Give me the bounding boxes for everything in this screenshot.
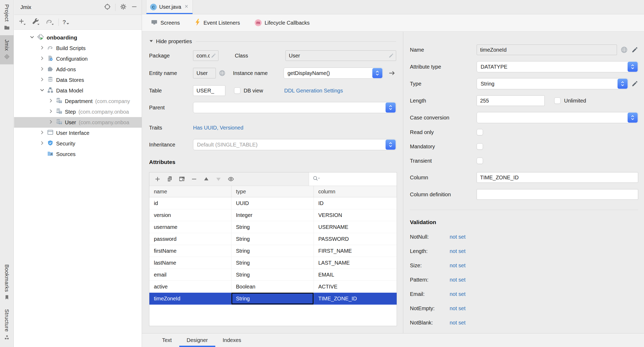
chevron-down-icon[interactable] bbox=[39, 87, 45, 95]
tree-item-step[interactable]: Step (com.company.onboa bbox=[14, 106, 142, 117]
attribute-row-email[interactable]: email String EMAIL bbox=[149, 269, 397, 281]
cell-type[interactable]: Integer bbox=[231, 209, 314, 221]
combo-stepper-icon[interactable] bbox=[372, 68, 382, 78]
cell-name[interactable]: active bbox=[149, 281, 231, 292]
cell-type[interactable]: UUID bbox=[231, 197, 314, 209]
edit-pencil-icon[interactable] bbox=[631, 46, 638, 53]
combo-stepper-icon[interactable] bbox=[386, 140, 396, 150]
combo-stepper-icon[interactable] bbox=[386, 103, 396, 113]
tree-item-onboarding[interactable]: onboarding bbox=[14, 32, 142, 43]
attribute-row-version[interactable]: version Integer VERSION bbox=[149, 209, 397, 221]
gradle-button[interactable] bbox=[44, 17, 56, 27]
toolwindow-button-bookmarks[interactable]: Bookmarks bbox=[0, 260, 14, 305]
column-header-name[interactable]: name bbox=[149, 186, 231, 197]
attribute-row-username[interactable]: username String USERNAME bbox=[149, 221, 397, 233]
remove-attribute-icon[interactable] bbox=[191, 176, 198, 183]
move-up-icon[interactable] bbox=[203, 176, 210, 183]
tab-user-java[interactable]: C User.java bbox=[146, 0, 193, 14]
hide-properties-toggle[interactable]: Hide properties bbox=[149, 37, 396, 46]
column-header-column[interactable]: column bbox=[314, 186, 397, 197]
transient-checkbox[interactable] bbox=[477, 158, 483, 164]
notblank-value-link[interactable]: not set bbox=[450, 320, 466, 326]
close-icon[interactable] bbox=[184, 3, 189, 11]
chevron-right-icon[interactable] bbox=[39, 55, 45, 63]
chevron-right-icon[interactable] bbox=[48, 97, 54, 105]
tab-indexes[interactable]: Indexes bbox=[215, 333, 249, 347]
cell-type[interactable]: String bbox=[231, 269, 314, 281]
toolwindow-button-jmix[interactable]: Jmix bbox=[0, 35, 14, 64]
size-value-link[interactable]: not set bbox=[450, 263, 466, 269]
notempty-value-link[interactable]: not set bbox=[450, 305, 466, 312]
attribute-row-id[interactable]: id UUID ID bbox=[149, 197, 397, 209]
add-attribute-icon[interactable] bbox=[154, 176, 161, 183]
tree-item-configuration[interactable]: Configuration bbox=[14, 54, 142, 64]
globe-icon[interactable] bbox=[620, 46, 628, 54]
combo-stepper-icon[interactable] bbox=[618, 79, 628, 89]
tree-item-user-interface[interactable]: User Interface bbox=[14, 128, 142, 138]
db-view-checkbox[interactable] bbox=[234, 87, 240, 94]
cell-type[interactable]: String bbox=[231, 245, 314, 257]
attribute-type-combo[interactable]: DATATYPE bbox=[477, 61, 638, 72]
inheritance-combo[interactable]: Default (SINGLE_TABLE) bbox=[193, 139, 396, 150]
cell-name[interactable]: password bbox=[149, 233, 231, 245]
pattern-value-link[interactable]: not set bbox=[450, 277, 466, 283]
copy-attribute-icon[interactable] bbox=[166, 176, 173, 183]
tree-item-data-stores[interactable]: Data Stores bbox=[14, 75, 142, 85]
cell-name[interactable]: id bbox=[149, 197, 231, 209]
tree-item-security[interactable]: Security bbox=[14, 138, 142, 149]
cell-name[interactable]: firstName bbox=[149, 245, 231, 257]
cell-type[interactable]: Boolean bbox=[231, 281, 314, 292]
hide-toolwindow-icon[interactable] bbox=[131, 3, 137, 11]
tab-designer[interactable]: Designer bbox=[179, 333, 215, 347]
locate-icon[interactable] bbox=[104, 3, 111, 12]
cell-column[interactable]: USERNAME bbox=[314, 221, 397, 233]
attribute-row-firstname[interactable]: firstName String FIRST_NAME bbox=[149, 245, 397, 257]
event-listeners-button[interactable]: Event Listeners bbox=[195, 19, 240, 27]
toolwindow-button-structure[interactable]: Structure bbox=[0, 305, 14, 345]
attribute-row-active[interactable]: active Boolean ACTIVE bbox=[149, 281, 397, 293]
combo-stepper-icon[interactable] bbox=[628, 62, 638, 72]
chevron-right-icon[interactable] bbox=[39, 45, 45, 52]
cell-column[interactable]: VERSION bbox=[314, 209, 397, 221]
chevron-right-icon[interactable] bbox=[39, 66, 45, 73]
ddl-generation-settings-link[interactable]: DDL Generation Settings bbox=[284, 88, 343, 94]
tree-item-user-selected[interactable]: User (com.company.onboa bbox=[14, 117, 142, 128]
email-value-link[interactable]: not set bbox=[450, 291, 466, 297]
window-f-icon[interactable]: f bbox=[178, 176, 185, 183]
attribute-row-lastname[interactable]: lastName String LAST_NAME bbox=[149, 257, 397, 269]
globe-icon[interactable] bbox=[218, 69, 226, 77]
cell-name[interactable]: username bbox=[149, 221, 231, 233]
read-only-checkbox[interactable] bbox=[477, 129, 483, 135]
case-conversion-combo[interactable] bbox=[477, 112, 638, 123]
chevron-right-icon[interactable] bbox=[39, 140, 45, 148]
cell-type[interactable]: String bbox=[231, 221, 314, 233]
table-field[interactable]: USER_ bbox=[193, 85, 225, 96]
tree-item-build-scripts[interactable]: Build Scripts bbox=[14, 43, 142, 54]
cell-name[interactable]: version bbox=[149, 209, 231, 221]
edit-pencil-icon[interactable] bbox=[388, 53, 394, 58]
parent-combo[interactable] bbox=[193, 102, 396, 113]
name-field[interactable]: timeZoneId bbox=[477, 45, 617, 55]
screens-button[interactable]: Screens bbox=[151, 19, 180, 27]
edit-pencil-icon[interactable] bbox=[211, 53, 216, 58]
cell-column[interactable]: PASSWORD bbox=[314, 233, 397, 245]
chevron-down-icon[interactable] bbox=[29, 34, 35, 42]
cell-name[interactable]: email bbox=[149, 269, 231, 281]
goto-arrow-icon[interactable] bbox=[388, 70, 396, 77]
lifecycle-callbacks-button[interactable]: m Lifecycle Callbacks bbox=[255, 19, 310, 26]
class-field[interactable]: User bbox=[285, 50, 396, 61]
cell-type[interactable]: String bbox=[231, 233, 314, 245]
column-header-type[interactable]: type bbox=[231, 186, 314, 197]
cell-column[interactable]: EMAIL bbox=[314, 269, 397, 281]
cell-column[interactable]: ACTIVE bbox=[314, 281, 397, 292]
package-field[interactable]: com.c bbox=[193, 50, 218, 61]
chevron-right-icon[interactable] bbox=[48, 108, 54, 116]
cell-column[interactable]: LAST_NAME bbox=[314, 257, 397, 269]
chevron-right-icon[interactable] bbox=[39, 76, 45, 84]
toolwindow-button-project[interactable]: Project bbox=[0, 0, 14, 35]
unlimited-checkbox[interactable] bbox=[554, 97, 561, 104]
attribute-row-timezoneid-selected[interactable]: timeZoneId String TIME_ZONE_ID bbox=[149, 293, 397, 305]
cell-type-focused[interactable]: String bbox=[231, 293, 314, 304]
length-field[interactable]: 255 bbox=[477, 95, 545, 106]
attribute-row-password[interactable]: password String PASSWORD bbox=[149, 233, 397, 245]
